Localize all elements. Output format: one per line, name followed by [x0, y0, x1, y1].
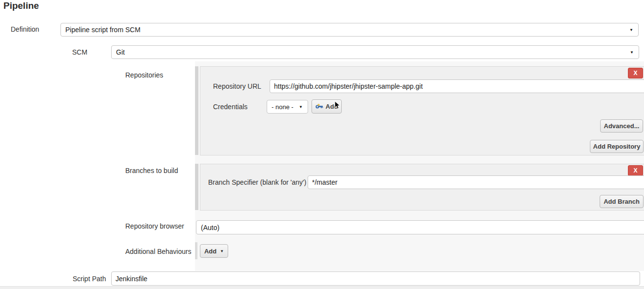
key-icon — [315, 104, 323, 109]
chevron-down-icon: ▼ — [299, 105, 303, 109]
advanced-button[interactable]: Advanced... — [600, 119, 643, 133]
repository-url-input[interactable] — [270, 79, 644, 93]
branch-chunk-drag-track — [195, 164, 198, 210]
scm-select[interactable]: Git ▼ — [111, 45, 639, 59]
repository-browser-label: Repository browser — [125, 223, 184, 230]
add-branch-button[interactable]: Add Branch — [600, 195, 644, 208]
definition-label: Definition — [11, 26, 39, 33]
add-credentials-button[interactable]: Add — [312, 99, 342, 114]
scm-select-value: Git — [116, 48, 125, 56]
credentials-select-value: - none - — [272, 103, 293, 111]
caret-down-icon: ▼ — [220, 249, 224, 253]
script-path-label: Script Path — [73, 275, 106, 282]
branch-specifier-input[interactable] — [308, 175, 644, 189]
delete-branch-button[interactable]: X — [628, 165, 643, 176]
pipeline-config-section: Pipeline Definition Pipeline script from… — [0, 0, 644, 289]
branches-to-build-label: Branches to build — [125, 167, 178, 174]
credentials-label: Credentials — [213, 103, 248, 110]
add-repository-button[interactable]: Add Repository — [590, 140, 644, 153]
repositories-label: Repositories — [125, 72, 163, 78]
add-behaviour-button[interactable]: Add ▼ — [200, 244, 228, 258]
script-path-input[interactable] — [111, 271, 640, 286]
definition-select-value: Pipeline script from SCM — [65, 26, 140, 34]
add-behaviour-label: Add — [204, 248, 216, 255]
next-section-edge — [0, 286, 644, 289]
definition-select[interactable]: Pipeline script from SCM ▼ — [60, 23, 639, 37]
repository-chunk-drag-track — [195, 66, 198, 155]
scm-label: SCM — [72, 49, 87, 56]
additional-behaviours-label: Additional Behaviours — [125, 248, 191, 255]
repository-url-label: Repository URL — [213, 83, 261, 90]
repository-browser-select[interactable]: (Auto) ▼ — [196, 220, 644, 234]
repository-browser-select-value: (Auto) — [201, 224, 219, 231]
credentials-select[interactable]: - none - ▼ — [267, 100, 308, 114]
branch-specifier-label: Branch Specifier (blank for 'any') — [208, 179, 306, 186]
chevron-down-icon: ▼ — [629, 28, 633, 32]
add-credentials-label: Add — [326, 103, 338, 110]
behaviours-drag-track — [195, 242, 197, 259]
page-title: Pipeline — [3, 0, 39, 11]
delete-repository-button[interactable]: X — [628, 68, 643, 78]
chevron-down-icon: ▼ — [630, 50, 634, 55]
